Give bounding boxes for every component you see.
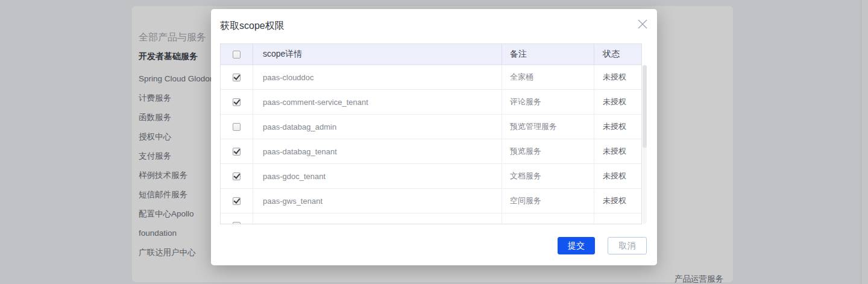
row-checkbox[interactable] xyxy=(233,172,241,180)
submit-button[interactable]: 提交 xyxy=(558,237,595,254)
scope-cell: paas-gws_tenant xyxy=(253,189,502,213)
column-header-scope: scope详情 xyxy=(253,44,502,65)
scope-cell: paas-databag_admin xyxy=(253,115,502,139)
scope-cell: paas-comment-service_tenant xyxy=(253,90,502,114)
row-checkbox[interactable] xyxy=(233,197,241,205)
status-cell: 未授权 xyxy=(594,65,641,89)
status-cell: 未授权 xyxy=(594,189,641,213)
scope-table: scope详情 备注 状态 paas-clouddoc 全家桶 未授权 paas… xyxy=(220,43,642,224)
row-checkbox-cell xyxy=(221,115,253,139)
row-checkbox-cell xyxy=(221,90,253,114)
table-row-6 xyxy=(221,213,641,224)
table-row-2: paas-databag_admin 预览管理服务 未授权 xyxy=(221,115,641,139)
row-checkbox[interactable] xyxy=(233,222,241,225)
table-body: paas-clouddoc 全家桶 未授权 paas-comment-servi… xyxy=(221,65,641,224)
scope-cell: paas-clouddoc xyxy=(253,65,502,89)
row-checkbox-cell xyxy=(221,139,253,163)
table-row-5: paas-gws_tenant 空间服务 未授权 xyxy=(221,189,641,213)
remark-cell: 预览服务 xyxy=(502,139,594,163)
row-checkbox[interactable] xyxy=(233,98,241,106)
scope-permission-dialog: 获取scope权限 scope详情 备注 状态 paas-clouddoc 全家… xyxy=(211,9,657,265)
remark-cell: 预览管理服务 xyxy=(502,115,594,139)
column-header-status: 状态 xyxy=(594,44,641,65)
scope-cell: paas-gdoc_tenant xyxy=(253,164,502,188)
remark-cell: 文档服务 xyxy=(502,164,594,188)
table-row-0: paas-clouddoc 全家桶 未授权 xyxy=(221,65,641,90)
row-checkbox-cell xyxy=(221,189,253,213)
table-row-4: paas-gdoc_tenant 文档服务 未授权 xyxy=(221,164,641,189)
row-checkbox-cell xyxy=(221,65,253,89)
remark-cell: 空间服务 xyxy=(502,189,594,213)
table-scrollbar-track[interactable] xyxy=(643,65,647,224)
row-checkbox-cell xyxy=(221,164,253,188)
remark-cell xyxy=(502,213,594,224)
remark-cell: 全家桶 xyxy=(502,65,594,89)
row-checkbox-cell xyxy=(221,213,253,224)
table-scrollbar-thumb[interactable] xyxy=(643,65,647,148)
remark-cell: 评论服务 xyxy=(502,90,594,114)
status-cell: 未授权 xyxy=(594,164,641,188)
table-header-row: scope详情 备注 状态 xyxy=(221,44,641,65)
scope-cell: paas-databag_tenant xyxy=(253,139,502,163)
close-x-glyph xyxy=(636,17,649,31)
row-checkbox[interactable] xyxy=(233,74,241,81)
row-checkbox[interactable] xyxy=(233,123,241,131)
status-cell: 未授权 xyxy=(594,90,641,114)
table-row-1: paas-comment-service_tenant 评论服务 未授权 xyxy=(221,90,641,115)
row-checkbox[interactable] xyxy=(233,148,241,156)
screen: 全部产品与服务 开发者基础服务 Spring Cloud Glodon计费服务函… xyxy=(0,0,868,284)
table-row-3: paas-databag_tenant 预览服务 未授权 xyxy=(221,139,641,164)
close-icon[interactable] xyxy=(635,17,650,31)
column-header-remark: 备注 xyxy=(502,44,594,65)
status-cell xyxy=(594,213,641,224)
cancel-button[interactable]: 取消 xyxy=(608,237,647,254)
status-cell: 未授权 xyxy=(594,115,641,139)
scope-cell xyxy=(253,213,502,224)
select-all-checkbox[interactable] xyxy=(233,51,241,58)
status-cell: 未授权 xyxy=(594,139,641,163)
select-all-cell xyxy=(221,44,253,65)
dialog-title: 获取scope权限 xyxy=(220,19,285,33)
